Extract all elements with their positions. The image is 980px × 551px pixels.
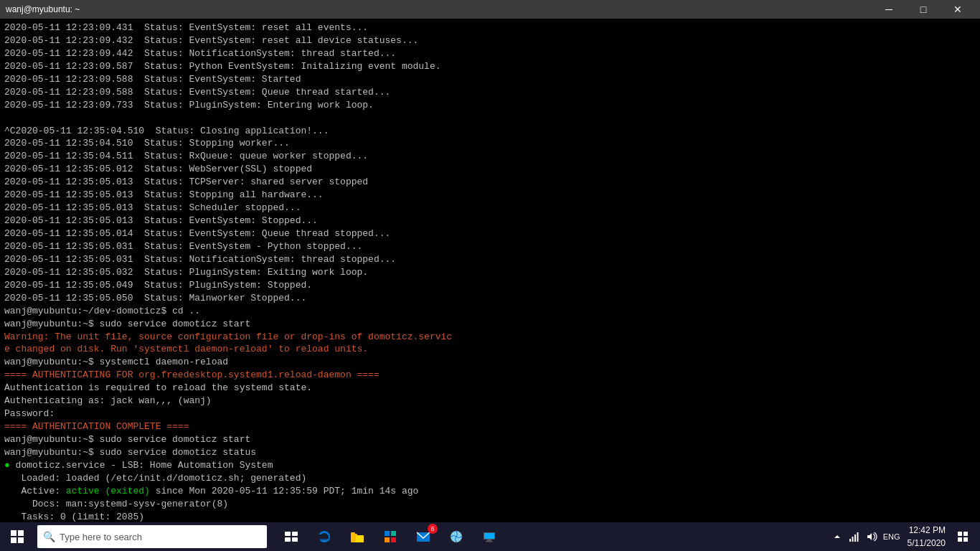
log-line: 2020-05-11 12:35:05.031 Status: EventSys… bbox=[4, 240, 976, 253]
prompt-line: wanj@myubuntu:~$ sudo service domoticz s… bbox=[4, 446, 976, 459]
system-tray: ENG 12:42 PM 5/11/2020 bbox=[824, 522, 980, 551]
svg-rect-1 bbox=[292, 532, 298, 536]
log-line: 2020-05-11 12:23:09.588 Status: EventSys… bbox=[4, 86, 976, 99]
svg-rect-9 bbox=[385, 537, 390, 542]
svg-rect-10 bbox=[391, 537, 396, 542]
log-line: Tasks: 0 (limit: 2085) bbox=[4, 511, 976, 522]
log-line: Authentication is required to reload the… bbox=[4, 382, 976, 395]
svg-rect-6 bbox=[356, 535, 364, 542]
windows-logo bbox=[11, 530, 24, 543]
title-bar: wanj@myubuntu: ~ ─ □ ✕ bbox=[0, 0, 980, 19]
log-line: Authenticating as: jack wan,,, (wanj) bbox=[4, 395, 976, 408]
clock-time: 12:42 PM bbox=[908, 524, 946, 537]
mail-icon[interactable]: 6 bbox=[407, 522, 439, 551]
task-view-icon[interactable] bbox=[275, 522, 307, 551]
log-line: Docs: man:systemd-sysv-generator(8) bbox=[4, 498, 976, 511]
log-line: 2020-05-11 12:35:04.511 Status: RxQueue:… bbox=[4, 150, 976, 163]
store-icon[interactable] bbox=[374, 522, 406, 551]
language-indicator[interactable]: ENG bbox=[882, 529, 902, 544]
warning-line: e changed on disk. Run 'systemctl daemon… bbox=[4, 343, 976, 356]
log-line: 2020-05-11 12:35:05.050 Status: Mainwork… bbox=[4, 292, 976, 305]
volume-icon[interactable] bbox=[864, 529, 879, 544]
window-controls: ─ □ ✕ bbox=[872, 0, 974, 19]
log-line: 2020-05-11 12:23:09.442 Status: Notifica… bbox=[4, 47, 976, 60]
start-button[interactable] bbox=[0, 522, 34, 551]
auth-line: ==== AUTHENTICATING FOR org.freedesktop.… bbox=[4, 369, 976, 382]
notification-center-button[interactable] bbox=[951, 522, 974, 551]
taskbar: 🔍 Type here to search bbox=[0, 522, 980, 551]
weather-icon[interactable] bbox=[440, 522, 472, 551]
log-line: 2020-05-11 12:35:05.013 Status: Schedule… bbox=[4, 202, 976, 215]
log-line: 2020-05-11 12:35:05.013 Status: Stopping… bbox=[4, 189, 976, 202]
prompt-line: wanj@myubuntu:~$ sudo service domoticz s… bbox=[4, 318, 976, 331]
file-explorer-icon[interactable] bbox=[341, 522, 373, 551]
active-line: Active: active (exited) since Mon 2020-0… bbox=[4, 485, 976, 498]
log-line: ^C2020-05-11 12:35:04.510 Status: Closin… bbox=[4, 125, 976, 138]
prompt-line: wanj@myubuntu:~$ systemctl daemon-reload bbox=[4, 356, 976, 369]
maximize-button[interactable]: □ bbox=[907, 0, 940, 19]
log-line: 2020-05-11 12:23:09.431 Status: EventSys… bbox=[4, 22, 976, 34]
warning-line: Warning: The unit file, source configura… bbox=[4, 331, 976, 344]
svg-rect-19 bbox=[854, 534, 856, 542]
clock-date: 5/11/2020 bbox=[908, 537, 946, 550]
svg-rect-16 bbox=[486, 541, 493, 542]
log-line: 2020-05-11 12:35:05.014 Status: EventSys… bbox=[4, 227, 976, 240]
search-placeholder: Type here to search bbox=[60, 532, 142, 542]
search-box[interactable]: 🔍 Type here to search bbox=[37, 525, 267, 548]
log-line: 2020-05-11 12:23:09.587 Status: Python E… bbox=[4, 60, 976, 73]
svg-rect-8 bbox=[391, 531, 396, 536]
svg-rect-18 bbox=[852, 537, 853, 542]
log-line: 2020-05-11 12:23:09.588 Status: EventSys… bbox=[4, 73, 976, 86]
log-line: 2020-05-11 12:35:04.510 Status: Stopping… bbox=[4, 137, 976, 150]
status-line: ● domoticz.service - LSB: Home Automatio… bbox=[4, 459, 976, 472]
svg-rect-23 bbox=[958, 537, 962, 542]
taskbar-center-icons: 6 bbox=[275, 522, 505, 551]
log-line: 2020-05-11 12:23:09.733 Status: PluginSy… bbox=[4, 99, 976, 112]
terminal-content[interactable]: 2020-05-11 12:23:09.431 Status: EventSys… bbox=[0, 19, 980, 522]
title-text: wanj@myubuntu: ~ bbox=[6, 4, 80, 16]
log-line: 2020-05-11 12:35:05.032 Status: PluginSy… bbox=[4, 266, 976, 279]
log-line: 2020-05-11 12:23:09.432 Status: EventSys… bbox=[4, 34, 976, 47]
remote-icon[interactable] bbox=[473, 522, 505, 551]
svg-rect-20 bbox=[857, 532, 858, 542]
prompt-line: wanj@myubuntu:~$ sudo service domoticz s… bbox=[4, 433, 976, 446]
svg-rect-5 bbox=[351, 532, 355, 535]
prompt-line: wanj@myubuntu:~/dev-domoticz$ cd .. bbox=[4, 305, 976, 318]
svg-rect-22 bbox=[963, 532, 968, 536]
log-line: 2020-05-11 12:35:05.049 Status: PluginSy… bbox=[4, 279, 976, 292]
terminal-window: wanj@myubuntu: ~ ─ □ ✕ 2020-05-11 12:23:… bbox=[0, 0, 980, 522]
log-line: 2020-05-11 12:35:05.031 Status: Notifica… bbox=[4, 253, 976, 266]
svg-rect-24 bbox=[963, 537, 968, 542]
log-line: 2020-05-11 12:35:05.013 Status: TCPServe… bbox=[4, 176, 976, 189]
svg-rect-15 bbox=[487, 540, 491, 541]
svg-rect-7 bbox=[385, 531, 390, 536]
log-line: Password: bbox=[4, 408, 976, 420]
log-line: 2020-05-11 12:35:05.013 Status: EventSys… bbox=[4, 215, 976, 227]
svg-rect-14 bbox=[484, 533, 494, 539]
svg-rect-2 bbox=[285, 537, 291, 542]
blank-line bbox=[4, 112, 976, 125]
svg-rect-3 bbox=[292, 537, 298, 542]
close-button[interactable]: ✕ bbox=[941, 0, 974, 19]
log-line: 2020-05-11 12:35:05.012 Status: WebServe… bbox=[4, 163, 976, 176]
svg-rect-17 bbox=[849, 539, 851, 542]
search-icon: 🔍 bbox=[43, 531, 55, 543]
edge-icon[interactable] bbox=[308, 522, 340, 551]
auth-complete-line: ==== AUTHENTICATION COMPLETE ==== bbox=[4, 420, 976, 433]
show-hidden-icons-button[interactable] bbox=[830, 529, 844, 544]
network-icon[interactable] bbox=[847, 529, 862, 544]
log-line: Loaded: loaded (/etc/init.d/domoticz.sh;… bbox=[4, 472, 976, 485]
clock[interactable]: 12:42 PM 5/11/2020 bbox=[905, 524, 948, 550]
svg-rect-0 bbox=[285, 532, 291, 536]
svg-rect-21 bbox=[958, 532, 962, 536]
minimize-button[interactable]: ─ bbox=[872, 0, 905, 19]
